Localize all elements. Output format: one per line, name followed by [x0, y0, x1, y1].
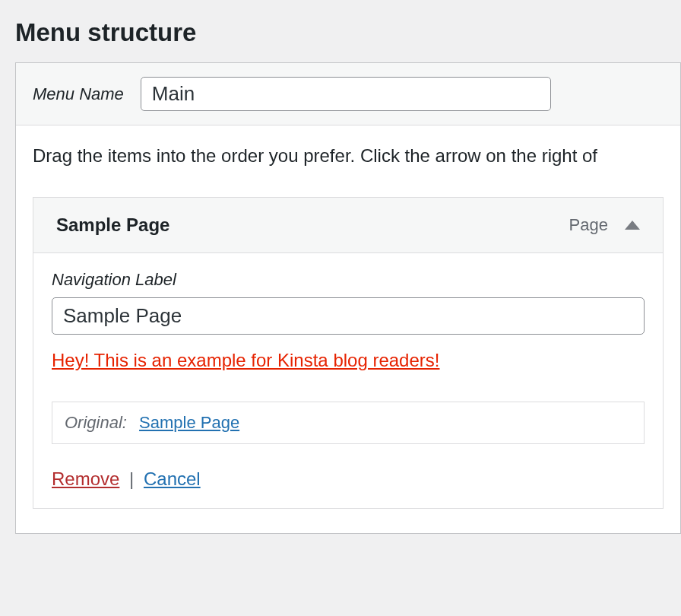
- drag-hint-text: Drag the items into the order you prefer…: [33, 145, 664, 167]
- navigation-label-input[interactable]: [52, 297, 645, 335]
- menu-name-label: Menu Name: [33, 84, 124, 104]
- menu-panel-body: Drag the items into the order you prefer…: [16, 125, 680, 533]
- menu-item: Sample Page Page Navigation Label Hey! T…: [33, 197, 664, 509]
- original-page-link[interactable]: Sample Page: [139, 413, 239, 432]
- chevron-up-icon[interactable]: [625, 221, 640, 230]
- menu-item-type-label: Page: [569, 215, 608, 235]
- section-heading: Menu structure: [0, 0, 681, 62]
- action-separator: |: [129, 468, 134, 489]
- menu-item-title: Sample Page: [56, 214, 169, 236]
- original-label: Original:: [65, 413, 127, 432]
- menu-item-body: Navigation Label Hey! This is an example…: [33, 253, 663, 508]
- original-box: Original: Sample Page: [52, 402, 645, 444]
- cancel-link[interactable]: Cancel: [144, 468, 201, 489]
- navigation-label-text: Navigation Label: [52, 270, 645, 290]
- menu-name-row: Menu Name: [16, 63, 680, 125]
- menu-item-actions: Remove | Cancel: [52, 468, 645, 490]
- menu-name-input[interactable]: [141, 77, 551, 111]
- menu-item-header-right: Page: [569, 215, 640, 235]
- menu-structure-panel: Menu Name Drag the items into the order …: [15, 62, 681, 534]
- remove-link[interactable]: Remove: [52, 468, 119, 489]
- menu-item-header[interactable]: Sample Page Page: [33, 198, 663, 253]
- description-link[interactable]: Hey! This is an example for Kinsta blog …: [52, 350, 439, 371]
